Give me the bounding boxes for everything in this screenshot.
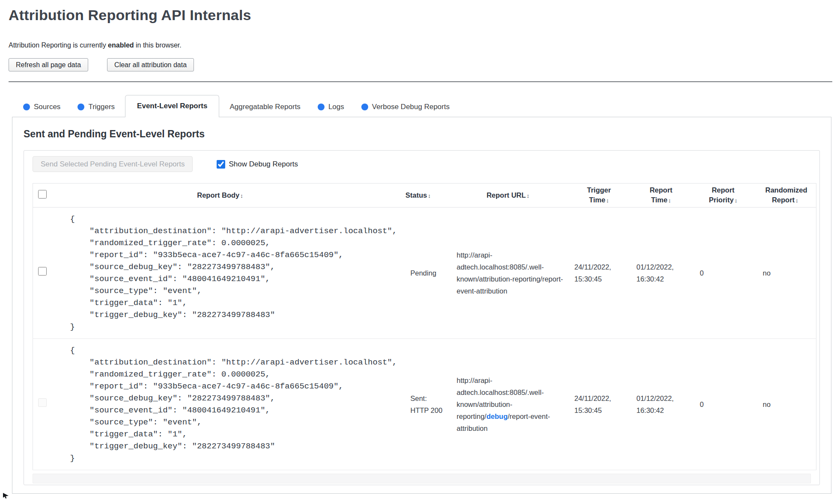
report-row-sent: { "attribution_destination": "http://ara…: [33, 339, 816, 470]
tab-logs[interactable]: Logs: [311, 97, 351, 117]
column-header-report-priority[interactable]: Report Priority↕: [692, 184, 754, 208]
trigger-time-cell: 24/11/2022, 15:30:45: [568, 208, 630, 339]
refresh-all-page-data-button[interactable]: Refresh all page data: [9, 58, 88, 71]
column-header-status[interactable]: Status↕: [388, 184, 448, 208]
event-level-reports-panel: Sent and Pending Event-Level Reports Sen…: [12, 117, 831, 494]
report-priority-cell: 0: [692, 208, 754, 339]
tab-aggregatable-reports[interactable]: Aggregatable Reports: [223, 97, 307, 117]
show-debug-reports-checkbox[interactable]: [217, 160, 225, 169]
api-status-text: Attribution Reporting is currently enabl…: [9, 42, 834, 49]
tab-verbose-debug-reports-label: Verbose Debug Reports: [372, 103, 450, 111]
sort-icon: ↕: [668, 197, 671, 204]
section-heading: Sent and Pending Event-Level Reports: [24, 128, 820, 140]
logs-status-dot-icon: [318, 104, 325, 110]
tab-logs-label: Logs: [328, 103, 344, 111]
report-time-cell: 01/12/2022, 16:30:42: [630, 339, 692, 470]
reports-table: Report Body↕ Status↕ Report URL↕ Trigger…: [33, 183, 816, 470]
row-select-checkbox[interactable]: [38, 267, 47, 276]
tab-sources[interactable]: Sources: [16, 97, 67, 117]
report-time-cell: 01/12/2022, 16:30:42: [630, 208, 692, 339]
status-cell: Pending: [388, 208, 448, 339]
column-header-trigger-time[interactable]: Trigger Time↕: [568, 184, 630, 208]
report-url-cell: http://arapi-adtech.localhost:8085/.well…: [448, 208, 568, 339]
tab-verbose-debug-reports[interactable]: Verbose Debug Reports: [354, 97, 456, 117]
mouse-cursor: [3, 493, 9, 498]
report-priority-cell: 0: [692, 339, 754, 470]
debug-path-segment: debug: [486, 412, 508, 420]
show-debug-reports-toggle[interactable]: Show Debug Reports: [217, 160, 298, 169]
select-all-checkbox[interactable]: [38, 190, 47, 199]
status-cell: Sent: HTTP 200: [388, 339, 448, 470]
page-title: Attribution Reporting API Internals: [9, 7, 834, 24]
report-body-cell: { "attribution_destination": "http://ara…: [52, 208, 388, 339]
tab-event-level-reports-label: Event-Level Reports: [137, 102, 207, 110]
report-body-cell: { "attribution_destination": "http://ara…: [52, 339, 388, 470]
tab-sources-label: Sources: [34, 103, 60, 111]
report-body-json: { "attribution_destination": "http://ara…: [70, 344, 388, 464]
sort-icon: ↕: [428, 193, 431, 199]
report-url-text: http://arapi-adtech.localhost:8085/.well…: [457, 251, 563, 295]
select-all-header-cell: [33, 184, 52, 208]
tab-triggers[interactable]: Triggers: [71, 97, 122, 117]
tab-event-level-reports[interactable]: Event-Level Reports: [125, 95, 219, 117]
top-button-row: Refresh all page data Clear all attribut…: [9, 58, 834, 71]
row-select-cell: [33, 208, 52, 339]
trigger-time-cell: 24/11/2022, 15:30:45: [568, 339, 630, 470]
report-url-cell: http://arapi-adtech.localhost:8085/.well…: [448, 339, 568, 470]
randomized-report-cell: no: [754, 339, 816, 470]
report-row-pending: { "attribution_destination": "http://ara…: [33, 208, 816, 339]
sort-icon: ↕: [240, 193, 243, 199]
table-controls-row: Send Selected Pending Event-Level Report…: [33, 156, 811, 172]
sort-icon: ↕: [527, 193, 530, 199]
show-debug-reports-label: Show Debug Reports: [229, 160, 298, 169]
column-header-randomized-report[interactable]: Randomized Report↕: [754, 184, 816, 208]
row-select-checkbox-disabled: [38, 398, 47, 407]
table-footer: [33, 474, 811, 483]
reports-card: Send Selected Pending Event-Level Report…: [24, 150, 820, 485]
status-prefix: Attribution Reporting is currently: [9, 42, 108, 49]
clear-all-attribution-data-button[interactable]: Clear all attribution data: [107, 58, 194, 71]
tab-triggers-label: Triggers: [88, 103, 115, 111]
column-header-report-body[interactable]: Report Body↕: [52, 184, 388, 208]
verbose-debug-status-dot-icon: [361, 104, 368, 110]
column-header-report-time[interactable]: Report Time↕: [630, 184, 692, 208]
table-header-row: Report Body↕ Status↕ Report URL↕ Trigger…: [33, 184, 816, 208]
sort-icon: ↕: [606, 197, 609, 204]
sort-icon: ↕: [735, 197, 738, 204]
sort-icon: ↕: [795, 197, 798, 204]
send-selected-reports-button: Send Selected Pending Event-Level Report…: [33, 156, 193, 172]
triggers-status-dot-icon: [77, 104, 84, 110]
tab-aggregatable-reports-label: Aggregatable Reports: [229, 103, 300, 111]
report-body-json: { "attribution_destination": "http://ara…: [70, 213, 388, 333]
randomized-report-cell: no: [754, 208, 816, 339]
sources-status-dot-icon: [23, 104, 30, 110]
row-select-cell: [33, 339, 52, 470]
tab-bar: Sources Triggers Event-Level Reports Agg…: [12, 82, 831, 117]
column-header-report-url[interactable]: Report URL↕: [448, 184, 568, 208]
status-enabled-text: enabled: [108, 42, 134, 49]
status-suffix: in this browser.: [134, 42, 182, 49]
